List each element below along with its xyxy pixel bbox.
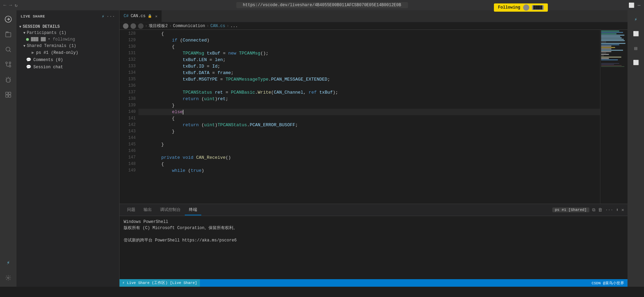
code-line-139: } [138, 102, 600, 109]
right-icon-1[interactable]: ⚡ [630, 13, 642, 25]
sidebar-icon-more[interactable]: ··· [106, 14, 115, 19]
code-line-149: while (true) [138, 167, 600, 174]
terminal-line-2: 版权所有 (C) Microsoft Corporation。保留所有权利。 [124, 225, 623, 231]
terminal-close-icon[interactable]: ✕ [621, 207, 624, 213]
terminal-tab-output[interactable]: 输出 [139, 205, 156, 215]
git-icon[interactable] [2, 58, 14, 71]
terminal-tab-problems[interactable]: 问题 [123, 205, 139, 215]
code-line-140: else [138, 109, 600, 115]
participant-user[interactable]: ███ ██ • following [16, 36, 119, 43]
terminals-chevron: ▼ [23, 44, 25, 48]
code-line-129: if (Connected) [138, 37, 600, 44]
url-bar[interactable]: https://vscode.dev/liveshare/4B4055E00B0… [236, 2, 408, 8]
svg-rect-2 [6, 33, 11, 37]
status-liveshare[interactable]: ⚡ Live Share (工作区) [Live Share] [120, 279, 200, 287]
svg-point-6 [9, 62, 11, 64]
comments-item[interactable]: 💬 Comments (0) [16, 56, 119, 63]
code-line-131: TPCANMsg txBuf = new TPCANMsg(); [138, 50, 600, 57]
status-right: CSDN @菜鸟小世界 [591, 281, 624, 286]
terminal-tab-debug[interactable]: 调试控制台 [156, 205, 185, 215]
user-online-dot [26, 38, 29, 41]
sidebar-icon-broadcast[interactable]: ⚡ [102, 14, 104, 19]
code-line-142: return (uint)TPCANStatus.PCAN_ERROR_BUSO… [138, 122, 600, 128]
code-line-147: private void CAN_Receive() [138, 154, 600, 161]
code-line-145: } [138, 141, 600, 148]
breadcrumb-avatar1 [123, 23, 128, 29]
session-chat-item[interactable]: 💬 Session chat [16, 63, 119, 71]
session-details-header[interactable]: ▼ SESSION DETAILS [16, 24, 119, 30]
code-line-128: { [138, 31, 600, 37]
tab-lock-icon: 🔒 [148, 14, 152, 18]
code-line-144 [138, 135, 600, 141]
breadcrumb-sep2: › [169, 24, 171, 28]
terminal-tab-terminal[interactable]: 终端 [185, 205, 201, 215]
svg-point-12 [8, 277, 9, 279]
right-icon-2[interactable]: ⬜ [630, 27, 642, 40]
svg-rect-7 [7, 78, 10, 82]
activity-bar: ⚡ [0, 10, 16, 287]
participants-header[interactable]: ▼ Participants (1) [16, 30, 119, 36]
title-bar-actions: ⬜ ⋯ [629, 2, 641, 8]
extensions-icon[interactable]: ⬜ [629, 2, 634, 8]
terminal-line-4: 尝试新的跨平台 PowerShell https://aka.ms/pscore… [124, 237, 623, 243]
code-line-146 [138, 148, 600, 154]
shared-terminal-item[interactable]: ▶ ps #1 (Read-only) [16, 49, 119, 56]
following-badge-user-avatar [523, 10, 529, 11]
code-line-134: txBuf.DATA = frame; [138, 70, 600, 76]
code-line-148: { [138, 161, 600, 167]
sidebar-header: LIVE SHARE ⚡ ··· [16, 10, 119, 22]
tab-label: CAN.cs [131, 14, 145, 19]
breadcrumb-file[interactable]: CAN.cs [210, 24, 225, 28]
participants-chevron: ▼ [23, 31, 25, 35]
participants-label: Participants (1) [27, 31, 66, 35]
sidebar-title: LIVE SHARE [21, 14, 45, 19]
breadcrumb-symbol[interactable]: ... [230, 24, 238, 28]
tab-close-button[interactable]: ✕ [155, 14, 158, 19]
breadcrumb-sep1: › [145, 24, 147, 28]
liveshare-icon[interactable] [2, 13, 14, 25]
code-line-138: return (uint)ret; [138, 96, 600, 102]
code-editor[interactable]: 128 129 130 131 132 133 134 135 136 137 … [120, 30, 628, 204]
breadcrumb-avatar2 [131, 23, 136, 29]
breadcrumb-sep4: › [227, 24, 229, 28]
forward-button[interactable]: → [9, 2, 12, 8]
shared-terminals-label: Shared Terminals (1) [27, 44, 76, 48]
terminal-line-3 [124, 231, 623, 237]
status-bar: ⚡ Live Share (工作区) [Live Share] CSDN @菜鸟… [120, 279, 628, 287]
settings-icon[interactable] [2, 272, 14, 284]
breadcrumb-avatar3 [138, 23, 144, 29]
terminal-content: Windows PowerShell 版权所有 (C) Microsoft Co… [120, 216, 628, 279]
code-line-141: { [138, 115, 600, 122]
tab-can-cs[interactable]: C# CAN.cs 🔒 ✕ [120, 10, 162, 22]
svg-rect-9 [9, 92, 11, 95]
tab-bar: C# CAN.cs 🔒 ✕ [120, 10, 628, 22]
nav-buttons[interactable]: ← → ↻ [3, 2, 18, 8]
minimap [600, 30, 628, 204]
code-line-133: txBuf.ID = Id; [138, 63, 600, 70]
back-button[interactable]: ← [3, 2, 6, 8]
code-line-130: { [138, 44, 600, 50]
debug-icon[interactable] [2, 73, 14, 86]
breadcrumb-folder[interactable]: Communication [173, 24, 205, 28]
line-numbers: 128 129 130 131 132 133 134 135 136 137 … [120, 30, 138, 204]
terminal-trash-icon[interactable]: 🗑 [598, 207, 602, 213]
participant-following: • following [48, 37, 75, 42]
extensions-icon[interactable] [2, 88, 14, 101]
right-icon-4[interactable]: ⬜ [630, 56, 642, 69]
participant-name: ███ ██ [31, 37, 46, 42]
breadcrumb-project[interactable]: 项目模板2 [149, 23, 168, 29]
explorer-icon[interactable] [2, 28, 14, 40]
svg-rect-8 [6, 92, 8, 95]
refresh-button[interactable]: ↻ [15, 2, 18, 8]
more-icon[interactable]: ⋯ [638, 2, 641, 8]
terminal-more-icon[interactable]: ··· [605, 207, 613, 213]
right-icon-3[interactable]: ▤ [630, 42, 642, 54]
editor-area: C# CAN.cs 🔒 ✕ › 项目模板2 › Communication › … [120, 10, 628, 287]
code-line-135: txBuf.MSGTYPE = TPCANMessageType.PCAN_ME… [138, 76, 600, 83]
shared-terminals-header[interactable]: ▼ Shared Terminals (1) [16, 43, 119, 49]
terminal-split-icon[interactable]: ⧉ [592, 207, 595, 213]
terminal-maximize-icon[interactable]: ⬆ [616, 207, 619, 213]
liveshare-status-icon[interactable]: ⚡ [2, 257, 14, 269]
search-icon[interactable] [2, 43, 14, 56]
code-line-132: txBuf.LEN = len; [138, 57, 600, 63]
